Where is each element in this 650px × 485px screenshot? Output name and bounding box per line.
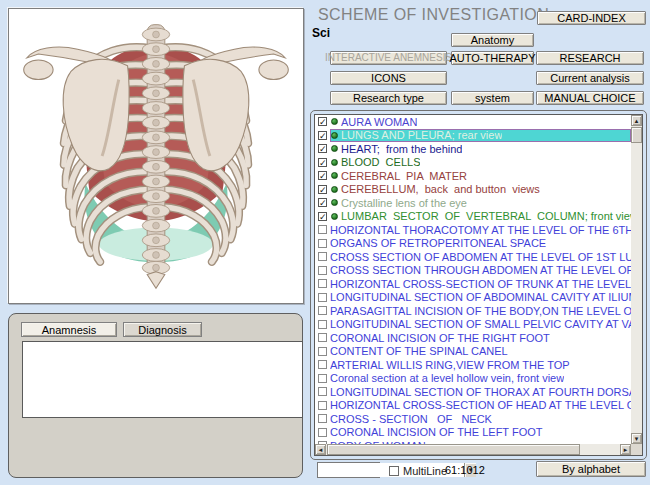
list-item[interactable]: CORONAL INCISION OF THE LEFT FOOT <box>315 426 631 440</box>
scrollbar-corner <box>631 444 642 455</box>
list-item[interactable]: CROSS SECTION OF ABDOMEN AT THE LEVEL OF… <box>315 250 631 264</box>
item-checkbox[interactable] <box>318 266 327 275</box>
item-checkbox[interactable] <box>318 360 327 369</box>
item-highlight-area: CROSS SECTION THROUGH ABDOMEN AT THE LEV… <box>330 264 631 278</box>
horizontal-scroll-thumb[interactable] <box>327 444 580 455</box>
item-label: HORIZONTAL CROSS-SECTION OF TRUNK AT THE… <box>330 278 631 290</box>
item-checkbox[interactable]: ✓ <box>318 158 327 167</box>
anamnesis-textarea[interactable] <box>22 341 303 418</box>
item-checkbox[interactable] <box>318 252 327 261</box>
horizontal-scroll-track[interactable] <box>580 444 620 455</box>
list-item[interactable]: ✓BLOOD CELLS <box>315 156 631 170</box>
notes-panel: Anamnesis Diagnosis <box>8 313 303 478</box>
scroll-right-icon[interactable]: ► <box>620 444 631 455</box>
vertical-scroll-track[interactable] <box>631 143 642 433</box>
item-checkbox[interactable]: ✓ <box>318 171 327 180</box>
scroll-left-icon[interactable]: ◄ <box>315 444 326 455</box>
list-item[interactable]: ✓CEREBELLUM, back and button views <box>315 183 631 197</box>
list-item[interactable]: LONGITUDINAL SECTION OF SMALL PELVIC CAV… <box>315 318 631 332</box>
system-button[interactable]: system <box>451 91 534 105</box>
item-label: ARTERIAL WILLIS RING,VIEW FROM THE TOP <box>330 359 570 371</box>
item-checkbox[interactable] <box>318 225 327 234</box>
list-item[interactable]: ✓LUNGS AND PLEURA; rear view <box>315 129 631 143</box>
item-checkbox[interactable] <box>318 333 327 342</box>
investigation-list-panel: ✓AURA WOMAN✓LUNGS AND PLEURA; rear view✓… <box>310 110 647 460</box>
card-index-button[interactable]: CARD-INDEX <box>537 11 646 25</box>
by-alphabet-button[interactable]: By alphabet <box>536 461 646 477</box>
auto-therapy-button[interactable]: AUTO-THERAPY <box>451 51 534 65</box>
item-checkbox[interactable]: ✓ <box>318 117 327 126</box>
current-analysis-button[interactable]: Current analysis <box>536 71 644 85</box>
list-item[interactable]: CONTENT OF THE SPINAL CANEL <box>315 345 631 359</box>
list-item[interactable]: ✓HEART; from the behind <box>315 142 631 156</box>
item-checkbox[interactable] <box>318 347 327 356</box>
item-checkbox[interactable] <box>318 320 327 329</box>
item-highlight-area: CROSS SECTION OF ABDOMEN AT THE LEVEL OF… <box>330 250 631 264</box>
green-dot-icon <box>331 172 338 179</box>
green-dot-icon <box>331 199 338 206</box>
interactive-anamnesis-button: INTERACTIVE ANEMNESIS <box>330 51 447 65</box>
multiline-checkbox[interactable] <box>389 466 399 476</box>
list-item[interactable]: ✓Crystalline lens of the eye <box>315 196 631 210</box>
item-checkbox[interactable]: ✓ <box>318 131 327 140</box>
item-checkbox[interactable] <box>318 239 327 248</box>
list-item[interactable]: CROSS SECTION THROUGH ABDOMEN AT THE LEV… <box>315 264 631 278</box>
list-item[interactable]: PARASAGITTAL INCISION OF THE BODY,ON THE… <box>315 304 631 318</box>
list-item[interactable]: ARTERIAL WILLIS RING,VIEW FROM THE TOP <box>315 358 631 372</box>
scroll-up-icon[interactable]: ▲ <box>631 115 642 126</box>
item-highlight-area: HORIZONTAL THORACOTOMY AT THE LEVEL OF T… <box>330 223 631 237</box>
research-type-button[interactable]: Research type <box>330 91 447 105</box>
horizontal-scrollbar[interactable]: ◄ ► <box>315 444 631 455</box>
green-dot-icon <box>331 145 338 152</box>
tab-anamnesis[interactable]: Anamnesis <box>21 322 117 337</box>
list-item[interactable]: LONGITUDINAL SECTION OF THORAX AT FOURTH… <box>315 385 631 399</box>
item-label: Crystalline lens of the eye <box>341 197 467 209</box>
item-label: LUNGS AND PLEURA; rear view <box>341 129 502 141</box>
item-label: AURA WOMAN <box>341 116 417 128</box>
list-item[interactable]: LONGITUDINAL SECTION OF ABDOMINAL CAVITY… <box>315 291 631 305</box>
item-counter: 61:1012 <box>445 464 485 476</box>
list-item[interactable]: ✓LUMBAR SECTOR OF VERTEBRAL COLUMN; fron… <box>315 210 631 224</box>
item-label: PARASAGITTAL INCISION OF THE BODY,ON THE… <box>330 305 631 317</box>
list-item[interactable]: Coronal section at a level hollow vein, … <box>315 372 631 386</box>
research-button[interactable]: RESEARCH <box>536 51 644 65</box>
item-checkbox[interactable] <box>318 401 327 410</box>
tab-diagnosis[interactable]: Diagnosis <box>123 322 202 337</box>
item-highlight-area: CROSS - SECTION OF NECK <box>330 412 631 426</box>
page-title: SCHEME OF INVESTIGATION <box>318 6 549 24</box>
vertical-scroll-thumb[interactable] <box>631 127 642 143</box>
item-label: HORIZONTAL CROSS-SECTION OF HEAD AT THE … <box>330 399 631 411</box>
list-item[interactable]: ORGANS OF RETROPERITONEAL SPACE <box>315 237 631 251</box>
filter-combobox[interactable]: ▼ <box>317 462 380 478</box>
green-dot-icon <box>331 118 338 125</box>
item-label: CEREBRAL PIA MATER <box>341 170 467 182</box>
item-checkbox[interactable] <box>318 387 327 396</box>
item-checkbox[interactable] <box>318 279 327 288</box>
item-checkbox[interactable]: ✓ <box>318 198 327 207</box>
item-checkbox[interactable] <box>318 306 327 315</box>
vertical-scrollbar[interactable]: ▲ ▼ <box>631 115 642 444</box>
list-item[interactable]: CORONAL INCISION OF THE RIGHT FOOT <box>315 331 631 345</box>
item-checkbox[interactable]: ✓ <box>318 144 327 153</box>
manual-choice-button[interactable]: MANUAL CHOICE <box>536 91 644 105</box>
list-item[interactable]: CROSS - SECTION OF NECK <box>315 412 631 426</box>
investigation-listbox: ✓AURA WOMAN✓LUNGS AND PLEURA; rear view✓… <box>314 114 643 456</box>
item-checkbox[interactable]: ✓ <box>318 185 327 194</box>
green-dot-icon <box>331 132 338 139</box>
list-item[interactable]: ✓CEREBRAL PIA MATER <box>315 169 631 183</box>
list-item[interactable]: ✓AURA WOMAN <box>315 115 631 129</box>
item-checkbox[interactable] <box>318 414 327 423</box>
item-label: LONGITUDINAL SECTION OF SMALL PELVIC CAV… <box>330 318 631 330</box>
item-checkbox[interactable]: ✓ <box>318 212 327 221</box>
scroll-down-icon[interactable]: ▼ <box>631 433 642 444</box>
item-highlight-area: LUNGS AND PLEURA; rear view <box>330 129 631 143</box>
list-item[interactable]: HORIZONTAL THORACOTOMY AT THE LEVEL OF T… <box>315 223 631 237</box>
anatomy-button[interactable]: Anatomy <box>451 33 534 47</box>
list-item[interactable]: HORIZONTAL CROSS-SECTION OF HEAD AT THE … <box>315 399 631 413</box>
item-checkbox[interactable] <box>318 428 327 437</box>
list-item[interactable]: HORIZONTAL CROSS-SECTION OF TRUNK AT THE… <box>315 277 631 291</box>
item-checkbox[interactable] <box>318 374 327 383</box>
item-highlight-area: Coronal section at a level hollow vein, … <box>330 372 631 386</box>
item-checkbox[interactable] <box>318 293 327 302</box>
icons-button[interactable]: ICONS <box>330 71 447 85</box>
